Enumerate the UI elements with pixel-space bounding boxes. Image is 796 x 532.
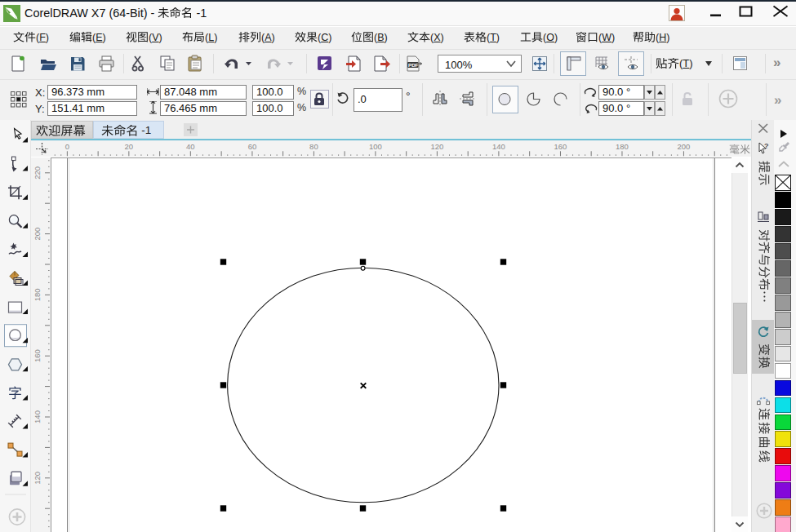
- svg-text:200: 200: [33, 227, 42, 240]
- svg-text:0: 0: [65, 142, 69, 151]
- svg-text:140: 140: [492, 142, 505, 151]
- svg-text:20: 20: [125, 142, 134, 151]
- svg-text:220: 220: [33, 166, 42, 179]
- svg-text:100: 100: [369, 142, 382, 151]
- svg-text:140: 140: [33, 410, 42, 423]
- svg-text:180: 180: [33, 288, 42, 301]
- svg-text:?: ?: [764, 142, 769, 150]
- svg-text:200: 200: [678, 142, 691, 151]
- svg-text:180: 180: [616, 142, 629, 151]
- svg-text:PDF: PDF: [408, 62, 419, 68]
- svg-text:160: 160: [33, 349, 42, 362]
- svg-text:120: 120: [430, 142, 443, 151]
- svg-text:60: 60: [248, 142, 257, 151]
- svg-text:120: 120: [33, 471, 42, 484]
- svg-text:40: 40: [186, 142, 195, 151]
- svg-text:160: 160: [554, 142, 567, 151]
- svg-text:80: 80: [309, 142, 318, 151]
